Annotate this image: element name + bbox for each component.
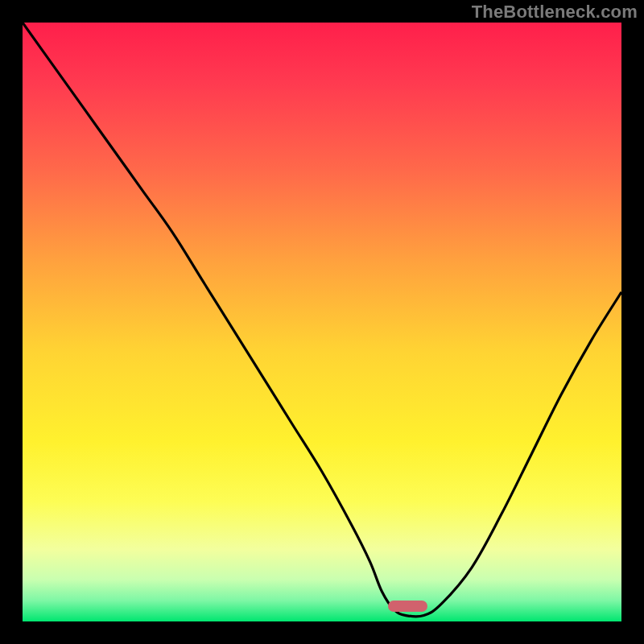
optimal-range-marker — [388, 601, 427, 612]
watermark-text: TheBottleneck.com — [472, 2, 638, 23]
chart-frame: TheBottleneck.com — [0, 0, 644, 644]
curve-path — [23, 23, 621, 617]
plot-area — [23, 23, 621, 621]
bottleneck-curve — [23, 23, 621, 621]
